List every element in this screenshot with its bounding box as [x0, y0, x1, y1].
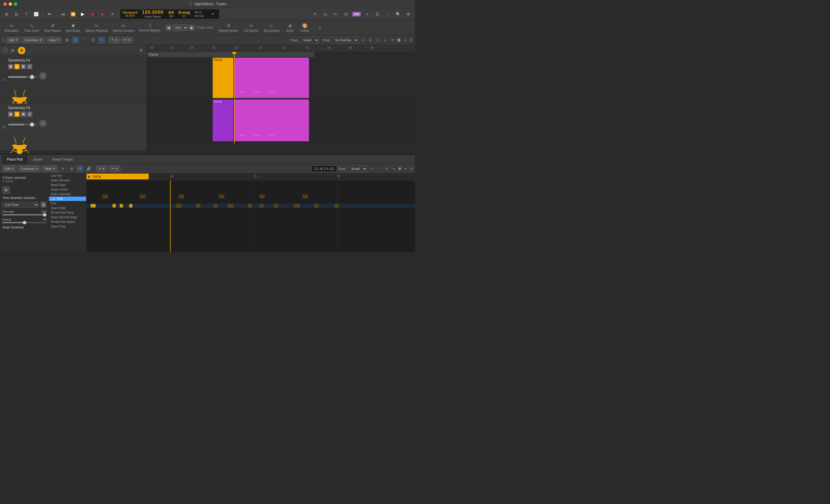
nudge-left-button[interactable]: ◀ — [166, 25, 171, 31]
record-button[interactable]: ● — [88, 10, 97, 19]
minimize-button[interactable] — [9, 2, 12, 6]
solo-btn-27[interactable]: S — [14, 64, 20, 69]
fade-btn[interactable]: ◎ — [375, 37, 381, 43]
tune-button[interactable]: ◎ — [321, 10, 330, 19]
list-button[interactable]: ☰ — [373, 10, 382, 19]
zoom-in-btn[interactable]: ⊞ — [367, 37, 374, 43]
spot-erase-tool[interactable]: ✖ Spot Erase — [64, 22, 83, 33]
note-snare-post-3[interactable] — [259, 195, 264, 198]
repeat-section-tool[interactable]: ↺ Repeat Section — [217, 22, 241, 33]
volume-slider-27[interactable] — [8, 76, 37, 78]
pr-tune-btn[interactable]: ◎ — [68, 165, 75, 172]
expand-horz-btn[interactable]: ⇔ — [382, 37, 388, 43]
waveform-btn[interactable]: ≋ — [360, 37, 366, 43]
note-post-5[interactable] — [248, 204, 252, 208]
strength-slider[interactable] — [2, 214, 46, 215]
align-button[interactable]: ⊟ — [12, 10, 21, 19]
play-button[interactable]: ▶ — [78, 10, 87, 19]
note-repeat-tool[interactable]: ↺ Note Repeat — [42, 22, 63, 33]
swing-slider[interactable] — [2, 222, 46, 223]
view-dropdown[interactable]: View ▼ — [46, 37, 62, 43]
help-button[interactable]: ? — [22, 10, 31, 19]
region-purple-27[interactable] — [234, 58, 309, 98]
drum-item-snare-drag[interactable]: Snare Drag — [49, 224, 86, 229]
pencil-select-btn[interactable]: ✏ ▼ — [121, 37, 133, 43]
mute-btn-28[interactable]: M — [8, 112, 13, 117]
colors-tool[interactable]: 🎨 Colors — [298, 22, 312, 33]
pr-expand2-btn[interactable]: ⇔ — [402, 165, 409, 172]
note-snare-post-4[interactable] — [302, 195, 308, 198]
drum-item-kick2[interactable]: Kick — [49, 201, 86, 206]
note-snare-post-2[interactable] — [219, 195, 224, 198]
note-snare-2[interactable] — [140, 195, 146, 198]
rewind-button[interactable]: ⏮ — [59, 10, 67, 19]
cut-section-tool[interactable]: ✂ Cut Section — [241, 22, 261, 33]
track-label-s[interactable]: S — [18, 47, 25, 54]
active-tool-btn[interactable]: ✦ — [98, 37, 105, 43]
record-arm-btn-28[interactable]: R — [21, 112, 26, 117]
selection-info-btn[interactable]: ⊞ — [2, 186, 10, 194]
pr-settings-btn[interactable]: ≡ — [59, 165, 66, 172]
screen-button[interactable]: ⬜ — [32, 10, 40, 19]
note-kick-4[interactable] — [129, 204, 133, 208]
region-yellow-27[interactable]: SoCal — [213, 58, 233, 98]
back-button[interactable]: ⏪ — [69, 10, 77, 19]
pr-link-btn[interactable]: 🔗 — [85, 165, 92, 172]
drum-item-kick-c1[interactable]: C1 Kick — [49, 197, 86, 201]
cursor-select-btn[interactable]: ↖ ▼ — [109, 37, 120, 43]
search-button[interactable]: 🔍 — [394, 10, 402, 19]
bounce-regions-tool[interactable]: ⤵ Bounce Regions — [137, 22, 163, 33]
set-locators-tool[interactable]: ⊢ Set Locators — [261, 22, 282, 33]
pr-horz-btn[interactable]: ⇔ — [391, 165, 397, 172]
quantize-note-select[interactable]: 1/16 Note 1/8 Note 1/4 Note — [2, 202, 39, 208]
nudge-right-button[interactable]: ▶ — [189, 25, 195, 31]
grid-view-btn[interactable]: ⊞ — [63, 37, 70, 43]
articulation-tool[interactable]: ✂ Articulation — [2, 22, 21, 33]
drum-item-snare-sidestick[interactable]: Snare Sidestick — [49, 192, 86, 197]
volume-slider-28[interactable] — [8, 124, 37, 125]
split-playhead-tool[interactable]: ✂ Split by Playhead — [83, 22, 110, 33]
drum-item-snare-edge[interactable]: Snare Edge — [49, 206, 86, 211]
split-locators-tool[interactable]: ✂ Split by Locators — [110, 22, 136, 33]
settings-button[interactable]: ⚙ — [404, 10, 413, 19]
note-kick-1[interactable] — [91, 204, 96, 208]
collapse-vert-btn[interactable]: ⊟ — [390, 37, 396, 43]
nudge-value-select[interactable]: Tick Bar Beat — [172, 25, 188, 31]
note-post-3[interactable] — [213, 204, 218, 208]
pr-active-btn[interactable]: ✦ — [77, 165, 84, 172]
transport-menu[interactable]: ▼ — [209, 10, 217, 19]
input-btn-27[interactable]: I — [27, 64, 32, 69]
drum-item-snare-center[interactable]: Snare Center — [49, 187, 86, 192]
zoom-tool[interactable]: ⊕ Zoom — [283, 22, 297, 33]
pr-up-btn[interactable]: ↑ — [376, 165, 382, 172]
solo-btn-28[interactable]: S — [14, 112, 20, 117]
pr-pencil-btn[interactable]: ✏ ▼ — [109, 165, 121, 172]
drum-item-snare-rimshot[interactable]: Snare Rimshot — [49, 178, 86, 183]
list-view-btn[interactable]: ☰ — [72, 37, 79, 43]
expand-btn2[interactable]: ⇔ — [402, 37, 408, 43]
notes-button[interactable]: ♩ — [383, 10, 392, 19]
note-post-7[interactable] — [274, 204, 278, 208]
note-post-10[interactable] — [334, 204, 339, 208]
loop-button[interactable]: ↺ — [108, 10, 117, 19]
close-button[interactable] — [3, 2, 7, 6]
functions-dropdown[interactable]: Functions ▼ — [22, 37, 45, 43]
note-post-2[interactable] — [196, 204, 200, 208]
drum-item-hihat-foot-close[interactable]: Hi-Hat Foot Close — [49, 211, 86, 215]
curve-btn[interactable]: ⌒ — [81, 37, 88, 43]
user-avatar[interactable]: 234 — [352, 12, 361, 17]
midi-btn[interactable]: ⊡ — [89, 37, 96, 43]
pr-view-dropdown[interactable]: View ▼ — [42, 165, 58, 172]
pr-expand-btn[interactable]: ⇔ — [368, 165, 375, 172]
note-post-9[interactable] — [314, 204, 318, 208]
note-snare-post-1[interactable] — [179, 195, 184, 198]
grid-button[interactable]: ⊞ — [2, 10, 11, 19]
edit2-button[interactable]: ✏ — [331, 10, 340, 19]
note-snare-1[interactable] — [102, 195, 108, 198]
edit-dropdown[interactable]: Edit ▼ — [6, 37, 21, 43]
pr-zoom-btn[interactable]: ⊕ — [383, 165, 390, 172]
drag-select[interactable]: No Overlap X-Fade — [331, 37, 358, 43]
record-arm-btn-27[interactable]: R — [21, 64, 26, 69]
grid3-button[interactable]: ⊟ — [342, 10, 350, 19]
drum-item-hand-claps[interactable]: Hand Claps — [49, 183, 86, 187]
